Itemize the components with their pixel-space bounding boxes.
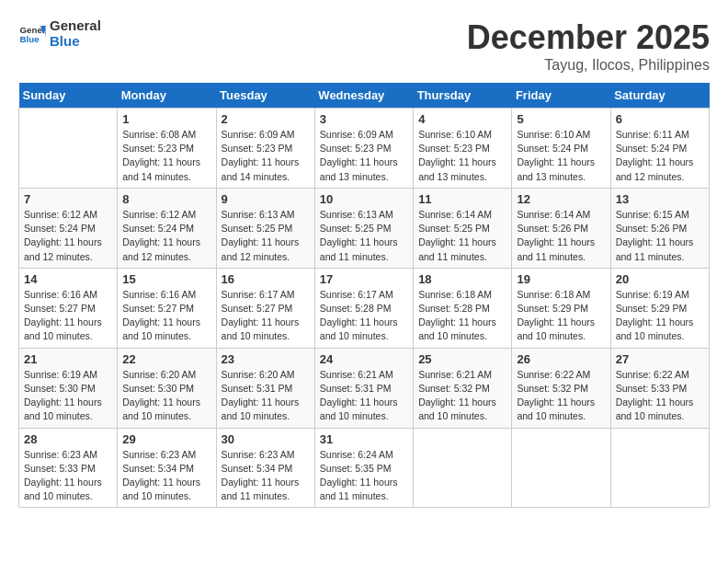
- day-info: Sunrise: 6:09 AMSunset: 5:23 PMDaylight:…: [320, 128, 408, 184]
- day-number: 19: [517, 272, 605, 286]
- day-number: 20: [616, 272, 704, 286]
- day-number: 6: [616, 112, 704, 126]
- day-number: 10: [320, 192, 408, 206]
- calendar-week-row: 28Sunrise: 6:23 AMSunset: 5:33 PMDayligh…: [19, 428, 710, 508]
- day-info: Sunrise: 6:15 AMSunset: 5:26 PMDaylight:…: [616, 208, 704, 264]
- calendar-day-cell: 20Sunrise: 6:19 AMSunset: 5:29 PMDayligh…: [610, 268, 709, 348]
- day-info: Sunrise: 6:18 AMSunset: 5:29 PMDaylight:…: [517, 288, 605, 344]
- day-number: 30: [222, 432, 310, 446]
- logo-blue-text: Blue: [50, 34, 101, 50]
- calendar-week-row: 7Sunrise: 6:12 AMSunset: 5:24 PMDaylight…: [19, 188, 710, 268]
- calendar-day-cell: 2Sunrise: 6:09 AMSunset: 5:23 PMDaylight…: [216, 109, 314, 189]
- calendar-day-cell: 5Sunrise: 6:10 AMSunset: 5:24 PMDaylight…: [512, 109, 610, 189]
- calendar-day-cell: 22Sunrise: 6:20 AMSunset: 5:30 PMDayligh…: [118, 348, 216, 428]
- calendar-day-cell: 24Sunrise: 6:21 AMSunset: 5:31 PMDayligh…: [314, 348, 413, 428]
- day-of-week-header: Wednesday: [314, 83, 413, 109]
- calendar-table: SundayMondayTuesdayWednesdayThursdayFrid…: [18, 83, 710, 508]
- day-info: Sunrise: 6:17 AMSunset: 5:27 PMDaylight:…: [222, 288, 310, 344]
- calendar-day-cell: 29Sunrise: 6:23 AMSunset: 5:34 PMDayligh…: [118, 428, 216, 508]
- day-number: 27: [616, 352, 704, 366]
- calendar-day-cell: 23Sunrise: 6:20 AMSunset: 5:31 PMDayligh…: [216, 348, 314, 428]
- logo: General Blue General Blue: [18, 18, 101, 49]
- calendar-day-cell: [610, 428, 709, 508]
- day-info: Sunrise: 6:23 AMSunset: 5:34 PMDaylight:…: [222, 448, 310, 504]
- day-number: 17: [320, 272, 408, 286]
- day-info: Sunrise: 6:12 AMSunset: 5:24 PMDaylight:…: [24, 208, 112, 264]
- calendar-week-row: 21Sunrise: 6:19 AMSunset: 5:30 PMDayligh…: [19, 348, 710, 428]
- logo-icon: General Blue: [18, 20, 46, 48]
- day-of-week-header: Friday: [512, 83, 610, 109]
- day-number: 12: [517, 192, 605, 206]
- day-info: Sunrise: 6:19 AMSunset: 5:29 PMDaylight:…: [616, 288, 704, 344]
- day-info: Sunrise: 6:10 AMSunset: 5:23 PMDaylight:…: [418, 128, 506, 184]
- day-info: Sunrise: 6:20 AMSunset: 5:31 PMDaylight:…: [222, 368, 310, 424]
- calendar-day-cell: 3Sunrise: 6:09 AMSunset: 5:23 PMDaylight…: [314, 109, 413, 189]
- day-number: 2: [222, 112, 310, 126]
- day-info: Sunrise: 6:11 AMSunset: 5:24 PMDaylight:…: [616, 128, 704, 184]
- day-info: Sunrise: 6:21 AMSunset: 5:32 PMDaylight:…: [418, 368, 506, 424]
- day-info: Sunrise: 6:12 AMSunset: 5:24 PMDaylight:…: [122, 208, 210, 264]
- day-info: Sunrise: 6:14 AMSunset: 5:25 PMDaylight:…: [418, 208, 506, 264]
- calendar-day-cell: 1Sunrise: 6:08 AMSunset: 5:23 PMDaylight…: [118, 109, 216, 189]
- day-info: Sunrise: 6:16 AMSunset: 5:27 PMDaylight:…: [122, 288, 210, 344]
- calendar-day-cell: 6Sunrise: 6:11 AMSunset: 5:24 PMDaylight…: [610, 109, 709, 189]
- day-of-week-header: Monday: [118, 83, 216, 109]
- day-info: Sunrise: 6:21 AMSunset: 5:31 PMDaylight:…: [320, 368, 408, 424]
- calendar-day-cell: 8Sunrise: 6:12 AMSunset: 5:24 PMDaylight…: [118, 188, 216, 268]
- logo-general-text: General: [50, 18, 101, 34]
- day-number: 25: [418, 352, 506, 366]
- calendar-day-cell: 31Sunrise: 6:24 AMSunset: 5:35 PMDayligh…: [314, 428, 413, 508]
- calendar-day-cell: 15Sunrise: 6:16 AMSunset: 5:27 PMDayligh…: [118, 268, 216, 348]
- day-info: Sunrise: 6:13 AMSunset: 5:25 PMDaylight:…: [320, 208, 408, 264]
- calendar-day-cell: 10Sunrise: 6:13 AMSunset: 5:25 PMDayligh…: [314, 188, 413, 268]
- day-number: 5: [517, 112, 605, 126]
- calendar-day-cell: [512, 428, 610, 508]
- calendar-day-cell: 13Sunrise: 6:15 AMSunset: 5:26 PMDayligh…: [610, 188, 709, 268]
- calendar-day-cell: 14Sunrise: 6:16 AMSunset: 5:27 PMDayligh…: [19, 268, 118, 348]
- day-number: 15: [122, 272, 210, 286]
- day-number: 1: [122, 112, 210, 126]
- calendar-day-cell: 9Sunrise: 6:13 AMSunset: 5:25 PMDaylight…: [216, 188, 314, 268]
- day-info: Sunrise: 6:14 AMSunset: 5:26 PMDaylight:…: [517, 208, 605, 264]
- day-info: Sunrise: 6:22 AMSunset: 5:33 PMDaylight:…: [616, 368, 704, 424]
- calendar-day-cell: 16Sunrise: 6:17 AMSunset: 5:27 PMDayligh…: [216, 268, 314, 348]
- day-number: 26: [517, 352, 605, 366]
- calendar-week-row: 14Sunrise: 6:16 AMSunset: 5:27 PMDayligh…: [19, 268, 710, 348]
- day-info: Sunrise: 6:10 AMSunset: 5:24 PMDaylight:…: [517, 128, 605, 184]
- calendar-day-cell: 7Sunrise: 6:12 AMSunset: 5:24 PMDaylight…: [19, 188, 118, 268]
- day-of-week-header: Sunday: [19, 83, 118, 109]
- calendar-day-cell: 19Sunrise: 6:18 AMSunset: 5:29 PMDayligh…: [512, 268, 610, 348]
- day-info: Sunrise: 6:22 AMSunset: 5:32 PMDaylight:…: [517, 368, 605, 424]
- calendar-day-cell: [19, 109, 118, 189]
- day-number: 28: [24, 432, 112, 446]
- title-block: December 2025 Tayug, Ilocos, Philippines: [467, 18, 710, 74]
- day-number: 7: [24, 192, 112, 206]
- day-info: Sunrise: 6:17 AMSunset: 5:28 PMDaylight:…: [320, 288, 408, 344]
- month-title: December 2025: [467, 18, 710, 57]
- calendar-day-cell: 12Sunrise: 6:14 AMSunset: 5:26 PMDayligh…: [512, 188, 610, 268]
- day-number: 24: [320, 352, 408, 366]
- day-info: Sunrise: 6:19 AMSunset: 5:30 PMDaylight:…: [24, 368, 112, 424]
- day-number: 14: [24, 272, 112, 286]
- calendar-day-cell: 26Sunrise: 6:22 AMSunset: 5:32 PMDayligh…: [512, 348, 610, 428]
- day-of-week-header: Tuesday: [216, 83, 314, 109]
- calendar-day-cell: 11Sunrise: 6:14 AMSunset: 5:25 PMDayligh…: [414, 188, 512, 268]
- calendar-week-row: 1Sunrise: 6:08 AMSunset: 5:23 PMDaylight…: [19, 109, 710, 189]
- day-info: Sunrise: 6:24 AMSunset: 5:35 PMDaylight:…: [320, 448, 408, 504]
- day-info: Sunrise: 6:20 AMSunset: 5:30 PMDaylight:…: [122, 368, 210, 424]
- calendar-day-cell: 18Sunrise: 6:18 AMSunset: 5:28 PMDayligh…: [414, 268, 512, 348]
- day-info: Sunrise: 6:09 AMSunset: 5:23 PMDaylight:…: [222, 128, 310, 184]
- svg-text:Blue: Blue: [20, 34, 40, 44]
- day-number: 21: [24, 352, 112, 366]
- calendar-day-cell: 25Sunrise: 6:21 AMSunset: 5:32 PMDayligh…: [414, 348, 512, 428]
- day-number: 29: [122, 432, 210, 446]
- day-info: Sunrise: 6:23 AMSunset: 5:34 PMDaylight:…: [122, 448, 210, 504]
- day-number: 9: [222, 192, 310, 206]
- location-text: Tayug, Ilocos, Philippines: [467, 57, 710, 74]
- page-header: General Blue General Blue December 2025 …: [18, 18, 710, 74]
- calendar-day-cell: 17Sunrise: 6:17 AMSunset: 5:28 PMDayligh…: [314, 268, 413, 348]
- day-info: Sunrise: 6:23 AMSunset: 5:33 PMDaylight:…: [24, 448, 112, 504]
- calendar-day-cell: 21Sunrise: 6:19 AMSunset: 5:30 PMDayligh…: [19, 348, 118, 428]
- day-number: 13: [616, 192, 704, 206]
- day-number: 16: [222, 272, 310, 286]
